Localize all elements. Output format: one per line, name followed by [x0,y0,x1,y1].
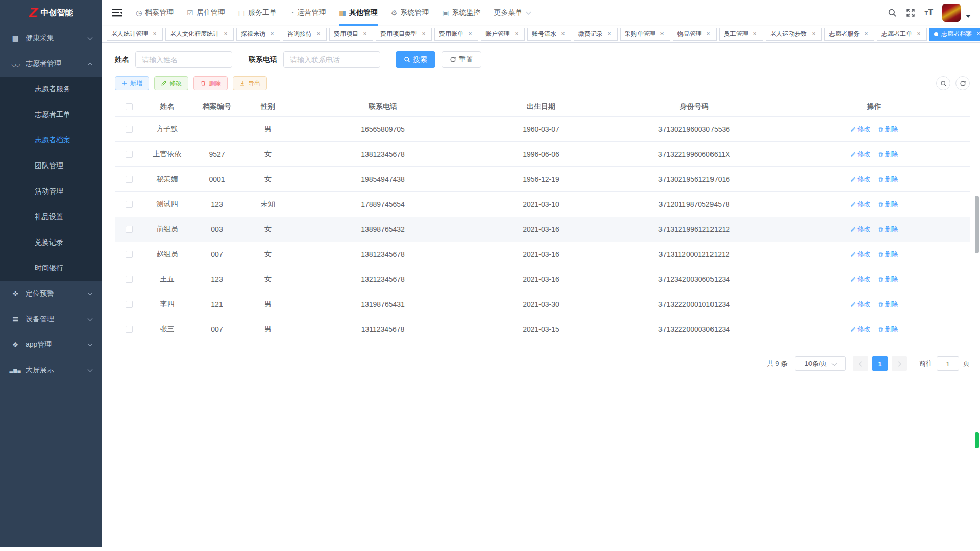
sidebar-item[interactable]: 时间银行 [0,255,102,281]
tab[interactable]: 物品管理 × [673,28,717,41]
close-icon[interactable]: × [315,31,322,38]
prev-page-button[interactable] [853,356,868,371]
tab[interactable]: 老人统计管理 × [107,28,163,41]
row-edit-link[interactable]: 修改 [850,250,871,259]
tab[interactable]: 账户管理 × [481,28,525,41]
font-size-icon[interactable]: TT [924,8,933,17]
close-icon[interactable]: × [751,31,758,38]
delete-button[interactable]: 删除 [193,76,228,90]
tab[interactable]: 缴费记录 × [574,28,618,41]
tab[interactable]: 老人运动步数 × [766,28,822,41]
tab[interactable]: 志愿者档案 × [929,28,980,41]
row-edit-link[interactable]: 修改 [850,125,871,134]
sidebar-item[interactable]: 兑换记录 [0,230,102,255]
tab[interactable]: 老人文化程度统计 × [165,28,234,41]
name-filter-input[interactable] [135,51,232,68]
row-edit-link[interactable]: 修改 [850,225,871,234]
show-search-icon[interactable] [936,76,950,90]
topnav-item[interactable]: 运营管理 [290,0,326,26]
close-icon[interactable]: × [559,31,567,38]
edit-button[interactable]: 修改 [154,76,188,90]
row-edit-link[interactable]: 修改 [850,275,871,284]
topnav-item[interactable]: 其他管理 [339,0,377,26]
close-icon[interactable]: × [361,31,369,38]
close-icon[interactable]: × [810,31,817,38]
reset-button[interactable]: 重置 [442,51,481,68]
sidebar-collapse-icon[interactable] [110,6,125,19]
close-icon[interactable]: × [420,31,427,38]
search-button[interactable]: 搜索 [396,51,435,68]
row-delete-link[interactable]: 删除 [878,225,898,234]
row-edit-link[interactable]: 修改 [850,150,871,159]
row-edit-link[interactable]: 修改 [850,325,871,334]
topnav-item[interactable]: 居住管理 [187,0,225,26]
goto-page-input[interactable] [937,356,959,371]
tab[interactable]: 志愿者工单 × [877,28,927,41]
close-icon[interactable]: × [606,31,613,38]
add-button[interactable]: 新增 [115,76,149,90]
close-icon[interactable]: × [222,31,229,38]
user-avatar[interactable] [942,4,961,22]
sidebar-item[interactable]: 大屏展示 [0,357,102,383]
close-icon[interactable]: × [705,31,712,38]
sidebar-item[interactable]: 活动管理 [0,179,102,204]
tab[interactable]: 账号流水 × [527,28,571,41]
close-icon[interactable]: × [658,31,666,38]
close-icon[interactable]: × [151,31,158,38]
user-menu-caret-icon[interactable] [966,15,971,18]
topnav-item[interactable]: 系统监控 [442,0,480,26]
close-icon[interactable]: × [915,31,922,38]
sidebar-item[interactable]: 设备管理 [0,306,102,332]
select-all-checkbox[interactable] [126,103,133,110]
topnav-item[interactable]: 更多菜单 [494,0,530,26]
row-checkbox[interactable] [126,326,133,333]
search-icon[interactable] [888,8,897,17]
tab[interactable]: 费用项目类型 × [376,28,432,41]
tab[interactable]: 采购单管理 × [620,28,670,41]
page-size-select[interactable]: 10条/页 [795,356,846,371]
close-icon[interactable]: × [268,31,276,38]
close-icon[interactable]: × [513,31,520,38]
row-delete-link[interactable]: 删除 [878,275,898,284]
sidebar-item[interactable]: 团队管理 [0,153,102,179]
row-delete-link[interactable]: 删除 [878,125,898,134]
sidebar-item[interactable]: 志愿者档案 [0,128,102,153]
row-delete-link[interactable]: 删除 [878,325,898,334]
row-delete-link[interactable]: 删除 [878,200,898,209]
row-checkbox[interactable] [126,126,133,133]
row-delete-link[interactable]: 删除 [878,175,898,184]
sidebar-item[interactable]: 志愿者管理 [0,51,102,77]
fullscreen-icon[interactable] [906,8,915,17]
tab[interactable]: 费用账单 × [434,28,478,41]
row-edit-link[interactable]: 修改 [850,300,871,309]
row-checkbox[interactable] [126,251,133,258]
page-number-button[interactable]: 1 [872,356,888,371]
tab[interactable]: 探视来访 × [236,28,280,41]
row-checkbox[interactable] [126,176,133,183]
close-icon[interactable]: × [863,31,870,38]
export-button[interactable]: 导出 [233,76,267,90]
row-delete-link[interactable]: 删除 [878,250,898,259]
close-icon[interactable]: × [467,31,474,38]
sidebar-item[interactable]: 志愿者服务 [0,77,102,102]
tab[interactable]: 员工管理 × [719,28,763,41]
row-delete-link[interactable]: 删除 [878,150,898,159]
close-icon[interactable]: × [975,31,980,38]
row-delete-link[interactable]: 删除 [878,300,898,309]
row-edit-link[interactable]: 修改 [850,200,871,209]
sidebar-item[interactable]: 志愿者工单 [0,102,102,128]
row-checkbox[interactable] [126,276,133,283]
phone-filter-input[interactable] [283,51,380,68]
sidebar-item[interactable]: 定位预警 [0,281,102,306]
row-checkbox[interactable] [126,226,133,233]
row-checkbox[interactable] [126,301,133,308]
sidebar-item[interactable]: app管理 [0,332,102,357]
refresh-table-icon[interactable] [955,76,970,90]
row-checkbox[interactable] [126,201,133,208]
scrollbar-thumb[interactable] [975,196,979,253]
tab[interactable]: 咨询接待 × [283,28,327,41]
topnav-item[interactable]: 服务工单 [238,0,277,26]
scrollbar-thumb-green[interactable] [975,432,979,448]
sidebar-item[interactable]: 健康采集 [0,26,102,51]
tab[interactable]: 费用项目 × [329,28,373,41]
